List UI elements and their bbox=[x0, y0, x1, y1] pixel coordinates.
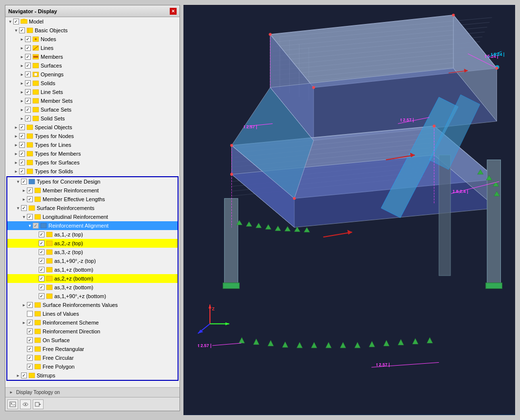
checkbox-special[interactable] bbox=[19, 124, 25, 130]
expand-arrow-solid-sets[interactable] bbox=[19, 116, 25, 121]
expand-arrow-solids[interactable] bbox=[19, 80, 25, 86]
tree-item-longitudinal[interactable]: Longitudinal Reinforcement bbox=[7, 212, 178, 221]
checkbox-as1-z-top[interactable] bbox=[39, 232, 45, 237]
checkbox-line-sets[interactable] bbox=[25, 89, 31, 95]
expand-arrow-rein-scheme[interactable] bbox=[21, 320, 27, 326]
checkbox-member-sets[interactable] bbox=[25, 98, 31, 104]
expand-arrow-surface-sets[interactable] bbox=[19, 107, 25, 113]
expand-arrow-types-lines[interactable] bbox=[13, 142, 19, 148]
tree-item-as2-z-top[interactable]: as,2,-z (top) bbox=[7, 239, 178, 248]
expand-arrow-types-nodes[interactable] bbox=[13, 133, 19, 139]
checkbox-as1-z-bottom[interactable] bbox=[39, 267, 45, 273]
checkbox-lines[interactable] bbox=[25, 45, 31, 51]
tree-item-as1-90-z-bottom[interactable]: as,1,+90°,+z (bottom) bbox=[7, 292, 178, 301]
checkbox-basic[interactable] bbox=[19, 27, 25, 33]
tree-item-lines[interactable]: Lines bbox=[5, 44, 180, 52]
checkbox-members[interactable] bbox=[25, 54, 31, 60]
checkbox-nodes[interactable] bbox=[25, 36, 31, 42]
tree-item-free-rect[interactable]: Free Rectangular bbox=[7, 345, 178, 353]
expand-arrow-basic[interactable] bbox=[13, 27, 19, 33]
expand-arrow-rein-align[interactable] bbox=[27, 223, 33, 229]
checkbox-surfaces[interactable] bbox=[25, 63, 31, 69]
tree-item-solids[interactable]: Solids bbox=[5, 79, 180, 88]
checkbox-stirrups[interactable] bbox=[21, 373, 27, 378]
expand-arrow-surf-rein[interactable] bbox=[15, 205, 21, 211]
tree-item-lines-of-values[interactable]: Lines of Values bbox=[7, 309, 178, 318]
tree-item-surfaces[interactable]: Surfaces bbox=[5, 61, 180, 70]
tree-item-as3-z-bottom[interactable]: as,3,+z (bottom) bbox=[7, 283, 178, 292]
tree-item-model[interactable]: Model bbox=[5, 17, 180, 26]
tree-item-types-nodes[interactable]: Types for Nodes bbox=[5, 132, 180, 140]
tree-item-special[interactable]: Special Objects bbox=[5, 123, 180, 132]
expand-arrow-types-surfaces[interactable] bbox=[13, 160, 19, 165]
checkbox-on-surface[interactable] bbox=[27, 337, 33, 343]
expand-arrow-nodes[interactable] bbox=[19, 36, 25, 42]
tree-item-line-sets[interactable]: Line Sets bbox=[5, 88, 180, 96]
tree-item-member-reinforcement[interactable]: Member Reinforcement bbox=[7, 186, 178, 195]
checkbox-as2-z-top[interactable] bbox=[39, 240, 45, 246]
checkbox-openings[interactable] bbox=[25, 71, 31, 77]
expand-arrow-types-members[interactable] bbox=[13, 151, 19, 157]
tree-item-types-solids[interactable]: Types for Solids bbox=[5, 167, 180, 176]
tree-item-types-surfaces[interactable]: Types for Surfaces bbox=[5, 158, 180, 167]
tree-item-as2-z-bottom[interactable]: as,2,+z (bottom) bbox=[7, 274, 178, 283]
tree-item-surf-rein-values[interactable]: Surface Reinforcements Values bbox=[7, 301, 178, 309]
tree-item-as1-90-z-top[interactable]: as,1,+90°,-z (top) bbox=[7, 257, 178, 265]
tree-item-free-poly[interactable]: Free Polygon bbox=[7, 362, 178, 371]
expand-arrow-special[interactable] bbox=[13, 124, 19, 130]
checkbox-lines-of-values[interactable] bbox=[27, 311, 33, 317]
expand-arrow-line-sets[interactable] bbox=[19, 89, 25, 95]
expand-arrow-lines[interactable] bbox=[19, 45, 25, 51]
tree-item-types-lines[interactable]: Types for Lines bbox=[5, 140, 180, 149]
tree-item-rein-alignment[interactable]: Reinforcement Alignment bbox=[7, 221, 178, 230]
checkbox-rein-scheme[interactable] bbox=[27, 320, 33, 326]
expand-arrow-mem-rein[interactable] bbox=[21, 187, 27, 193]
tree-item-rein-scheme[interactable]: Reinforcement Scheme bbox=[7, 318, 178, 327]
checkbox-free-circ[interactable] bbox=[27, 355, 33, 361]
checkbox-as3-z-bottom[interactable] bbox=[39, 284, 45, 290]
tree-item-member-effective[interactable]: Member Effective Lengths bbox=[7, 195, 178, 204]
checkbox-rein-direction[interactable] bbox=[27, 328, 33, 334]
expand-arrow[interactable] bbox=[7, 19, 13, 24]
expand-arrow-surfaces[interactable] bbox=[19, 63, 25, 69]
checkbox-types-nodes[interactable] bbox=[19, 133, 25, 139]
image-button[interactable] bbox=[7, 399, 18, 409]
checkbox-types-members[interactable] bbox=[19, 151, 25, 157]
tree-item-basic-objects[interactable]: Basic Objects bbox=[5, 26, 180, 35]
video-button[interactable] bbox=[33, 399, 44, 409]
expand-arrow-stirrups[interactable] bbox=[15, 373, 21, 378]
tree-item-nodes[interactable]: Nodes bbox=[5, 35, 180, 44]
tree-item-as3-z-top[interactable]: as,3,-z (top) bbox=[7, 248, 178, 257]
checkbox-types-solids[interactable] bbox=[19, 168, 25, 174]
checkbox-mem-eff[interactable] bbox=[27, 196, 33, 202]
tree-item-rein-direction[interactable]: Reinforcement Direction bbox=[7, 327, 178, 336]
expand-arrow-member-sets[interactable] bbox=[19, 98, 25, 104]
checkbox-concrete[interactable] bbox=[21, 179, 27, 185]
tree-item-free-circ[interactable]: Free Circular bbox=[7, 353, 178, 362]
close-button[interactable]: ✕ bbox=[170, 8, 177, 15]
checkbox-solids[interactable] bbox=[25, 80, 31, 86]
tree-item-types-concrete[interactable]: Types for Concrete Design bbox=[7, 177, 178, 186]
checkbox-free-rect[interactable] bbox=[27, 346, 33, 352]
tree-item-types-members[interactable]: Types for Members bbox=[5, 149, 180, 158]
checkbox-solid-sets[interactable] bbox=[25, 116, 31, 121]
checkbox-as1-90-z-top[interactable] bbox=[39, 258, 45, 264]
tree-item-stirrups[interactable]: Stirrups bbox=[7, 371, 178, 380]
expand-arrow-concrete[interactable] bbox=[15, 179, 21, 185]
checkbox-longitudinal[interactable] bbox=[27, 214, 33, 220]
tree-item-surface-reinforcements[interactable]: Surface Reinforcements bbox=[7, 204, 178, 212]
tree-item-solid-sets[interactable]: Solid Sets bbox=[5, 114, 180, 123]
expand-arrow-mem-eff[interactable] bbox=[21, 196, 27, 202]
eye-button[interactable] bbox=[20, 399, 31, 409]
tree-item-on-surface[interactable]: On Surface bbox=[7, 336, 178, 345]
checkbox-surf-rein-vals[interactable] bbox=[27, 302, 33, 308]
checkbox-rein-align[interactable] bbox=[33, 223, 39, 229]
checkbox-as3-z-top[interactable] bbox=[39, 249, 45, 255]
checkbox-as2-z-bottom[interactable] bbox=[39, 276, 45, 281]
checkbox-types-surfaces[interactable] bbox=[19, 160, 25, 165]
checkbox-mem-rein[interactable] bbox=[27, 187, 33, 193]
tree-item-openings[interactable]: Openings bbox=[5, 70, 180, 79]
tree-item-as1-z-bottom[interactable]: as,1,+z (bottom) bbox=[7, 265, 178, 274]
expand-arrow-openings[interactable] bbox=[19, 71, 25, 77]
tree-item-members[interactable]: Members bbox=[5, 52, 180, 61]
